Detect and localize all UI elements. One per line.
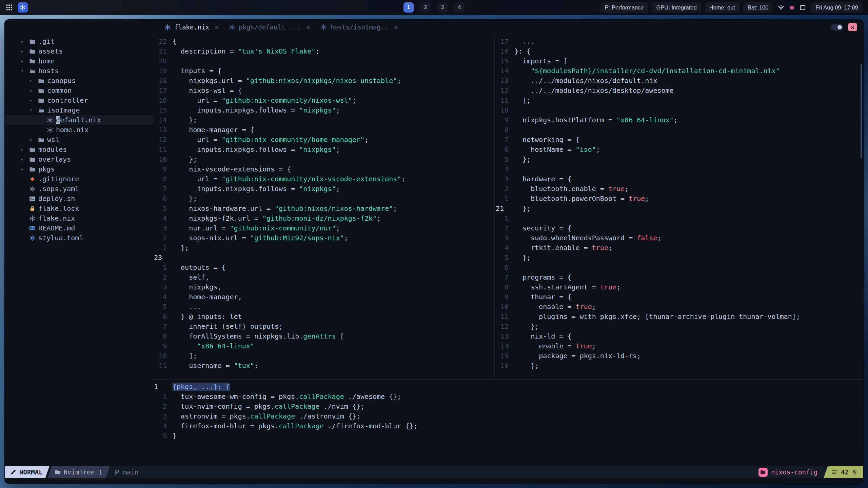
code-line[interactable]: 3 nur.url = "github:nix-community/nur";: [153, 223, 494, 233]
tree-item-sops-yaml[interactable]: .sops.yaml: [5, 184, 153, 194]
code-line[interactable]: 4 home-manager,: [153, 292, 494, 302]
code-line[interactable]: 7 inputs.nixpkgs.follows = "nixpkgs";: [153, 184, 494, 194]
code-line[interactable]: 5 };: [495, 253, 863, 263]
workspace-button-2[interactable]: 2: [420, 2, 431, 13]
tab-pkgs-default[interactable]: pkgs/default ...×: [224, 23, 315, 31]
code-line[interactable]: 10 ];: [153, 351, 494, 361]
code-line[interactable]: 17 ...: [495, 37, 863, 46]
code-line[interactable]: 7 programs = {: [495, 272, 863, 282]
tree-item-canopus[interactable]: ▸canopus: [5, 76, 153, 86]
chevron-right-icon[interactable]: ▸: [29, 135, 38, 145]
chevron-right-icon[interactable]: ▸: [21, 155, 29, 164]
tree-item-readme-md[interactable]: README.md: [5, 223, 153, 233]
tree-item-git[interactable]: ▸.git: [5, 37, 153, 46]
tree-item-wsl[interactable]: ▸wsl: [5, 135, 153, 145]
toggle-icon[interactable]: [831, 24, 843, 30]
code-line[interactable]: 13 home-manager = {: [153, 125, 494, 135]
code-line[interactable]: 3 sudo.wheelNeedsPassword = false;: [495, 233, 863, 243]
code-line[interactable]: 6 };: [153, 194, 494, 204]
code-line[interactable]: 16 };: [495, 361, 863, 371]
code-line[interactable]: 15 package = pkgs.nix-ld-rs;: [495, 351, 863, 361]
tree-item-modules[interactable]: ▸modules: [5, 145, 153, 155]
workspace-button-3[interactable]: 3: [437, 2, 448, 13]
code-line[interactable]: 11 plugins = with pkgs.xfce; [thunar-arc…: [495, 312, 863, 322]
code-line[interactable]: 12 url = "github:nix-community/home-mana…: [153, 135, 494, 145]
code-line[interactable]: 21 };: [495, 204, 863, 214]
code-line[interactable]: 6 hostName = "iso";: [495, 145, 863, 155]
code-line[interactable]: 12 };: [495, 322, 863, 331]
tree-item-controller[interactable]: ▸controller: [5, 96, 153, 105]
code-line[interactable]: 12 ../../modules/nixos/desktop/awesome: [495, 86, 863, 96]
code-line[interactable]: 23: [153, 253, 494, 263]
code-line[interactable]: 20: [153, 56, 494, 66]
clock[interactable]: Fri Aug 09, 17:09: [811, 2, 863, 13]
code-line[interactable]: 5 };: [495, 155, 863, 164]
tree-item-home[interactable]: ▸home: [5, 56, 153, 66]
tree-item-pkgs[interactable]: ▸pkgs: [5, 164, 153, 174]
code-line[interactable]: 3 nixpkgs,: [153, 282, 494, 292]
code-line[interactable]: 10: [495, 105, 863, 115]
nix-logo-badge[interactable]: [18, 2, 28, 13]
code-line[interactable]: 5 ...: [153, 302, 494, 312]
code-line[interactable]: 2 self,: [153, 272, 494, 282]
code-line[interactable]: 17 nixos-wsl = {: [153, 86, 494, 96]
code-line[interactable]: 8: [495, 125, 863, 135]
code-line[interactable]: 1 tux-awesome-wm-config = pkgs.callPacka…: [153, 392, 863, 402]
code-line[interactable]: 18 nixpkgs.url = "github:nixos/nixpkgs/n…: [153, 76, 494, 86]
tab-close-icon[interactable]: ×: [394, 23, 398, 31]
code-line[interactable]: 10 };: [153, 155, 494, 164]
tree-item-assets[interactable]: ▸assets: [5, 46, 153, 56]
code-line[interactable]: 4 firefox-mod-blur = pkgs.callPackage ./…: [153, 421, 863, 431]
code-line[interactable]: 15 imports = [: [495, 56, 863, 66]
tree-item-overlays[interactable]: ▸overlays: [5, 155, 153, 164]
code-line[interactable]: 19 inputs = {: [153, 66, 494, 76]
tree-item-stylua-toml[interactable]: stylua.toml: [5, 233, 153, 243]
tree-item-flake-lock[interactable]: flake.lock: [5, 204, 153, 214]
tree-item-deploy-sh[interactable]: deploy.sh: [5, 194, 153, 204]
code-line[interactable]: 9 nixpkgs.hostPlatform = "x86_64-linux";: [495, 115, 863, 125]
code-line[interactable]: 16}: {: [495, 46, 863, 56]
code-line[interactable]: 3 hardware = {: [495, 174, 863, 184]
code-line[interactable]: 9 thunar = {: [495, 292, 863, 302]
chevron-right-icon[interactable]: ▸: [21, 164, 29, 174]
scrollbar-thumb[interactable]: [861, 64, 862, 158]
code-line[interactable]: 14 };: [153, 115, 494, 125]
code-line[interactable]: 16 url = "github:nix-community/nixos-wsl…: [153, 96, 494, 105]
code-line[interactable]: 2 sops-nix.url = "github:Mic92/sops-nix"…: [153, 233, 494, 243]
code-line[interactable]: 7 inherit (self) outputs;: [153, 322, 494, 331]
chevron-right-icon[interactable]: ▸: [29, 96, 38, 105]
code-line[interactable]: 11 inputs.nixpkgs.follows = "nixpkgs";: [153, 145, 494, 155]
tab-flake-nix[interactable]: flake.nix×: [159, 23, 224, 31]
tree-item-flake-nix[interactable]: flake.nix: [5, 214, 153, 223]
code-line[interactable]: 14 enable = true;: [495, 341, 863, 351]
chevron-right-icon[interactable]: ▸: [29, 86, 38, 96]
wifi-icon[interactable]: [778, 4, 784, 11]
chevron-right-icon[interactable]: ▸: [21, 37, 29, 46]
close-window-button[interactable]: ×: [848, 23, 857, 31]
code-line[interactable]: 13 nix-ld = {: [495, 331, 863, 341]
code-line[interactable]: 6: [495, 263, 863, 272]
status-pill-p-performance[interactable]: P: Performance: [600, 2, 648, 13]
chevron-down-icon[interactable]: ▾: [29, 105, 38, 115]
code-line[interactable]: 1 };: [153, 243, 494, 253]
code-line[interactable]: 7 networking = {: [495, 135, 863, 145]
code-line[interactable]: 13 ../../modules/nixos/default.nix: [495, 76, 863, 86]
status-pill-gpu-integrated[interactable]: GPU: Integrated: [652, 2, 701, 13]
code-line[interactable]: 6 } @ inputs: let: [153, 312, 494, 322]
code-line[interactable]: 15 inputs.nixpkgs.follows = "nixpkgs";: [153, 105, 494, 115]
code-line[interactable]: 14 "${modulesPath}/installer/cd-dvd/inst…: [495, 66, 863, 76]
code-line[interactable]: 5 nixos-hardware.url = "github:nixos/nix…: [153, 204, 494, 214]
screen-icon[interactable]: [800, 4, 806, 11]
code-line[interactable]: 2 tux-nvim-config = pkgs.callPackage ./n…: [153, 402, 863, 411]
code-line[interactable]: 4 nixpkgs-f2k.url = "github:moni-dz/nixp…: [153, 214, 494, 223]
workspace-button-1[interactable]: 1: [403, 2, 414, 13]
code-line[interactable]: 9 "x86_64-linux": [153, 341, 494, 351]
tab-close-icon[interactable]: ×: [306, 23, 310, 31]
chevron-right-icon[interactable]: ▸: [29, 76, 38, 86]
code-line[interactable]: 11 username = "tux";: [153, 361, 494, 371]
code-line[interactable]: 9 nix-vscode-extensions = {: [153, 164, 494, 174]
code-line[interactable]: 3 astronvim = pkgs.callPackage ./astronv…: [153, 411, 863, 421]
code-line[interactable]: 1 outputs = {: [153, 263, 494, 272]
tab-close-icon[interactable]: ×: [215, 23, 219, 31]
code-line[interactable]: 1: [495, 214, 863, 223]
